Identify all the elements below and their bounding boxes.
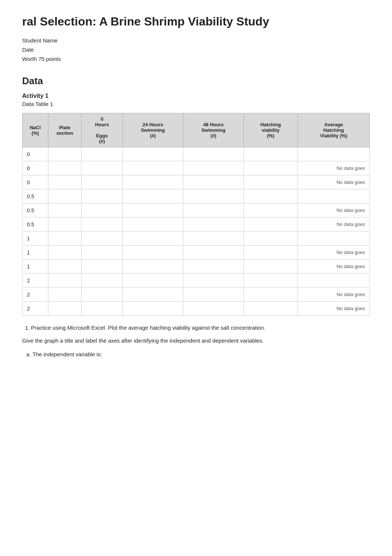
- cell-nacl: 2: [23, 302, 48, 316]
- cell-eggs: [82, 274, 123, 288]
- cell-swim48: [183, 302, 244, 316]
- cell-eggs: [82, 189, 123, 203]
- cell-avg-hatching: No data goes: [298, 260, 369, 274]
- table-row: 1No data goes: [23, 260, 370, 274]
- page-title: ral Selection: A Brine Shrimp Viability …: [22, 15, 370, 28]
- cell-nacl: 0: [23, 175, 48, 189]
- cell-plate: [48, 246, 82, 260]
- instruction-list: Practice using Microsoft Excel. Plot the…: [22, 325, 370, 331]
- cell-nacl: 0.5: [23, 217, 48, 231]
- cell-nacl: 1: [23, 260, 48, 274]
- table-row: 1: [23, 231, 370, 246]
- cell-plate: [48, 288, 82, 302]
- cell-nacl: 1: [23, 231, 48, 246]
- cell-eggs: [82, 231, 123, 246]
- cell-swim48: [183, 260, 244, 274]
- cell-swim48: [183, 147, 244, 161]
- cell-swim24: [123, 246, 183, 260]
- cell-eggs: [82, 161, 123, 175]
- cell-nacl: 2: [23, 274, 48, 288]
- cell-hatch: [244, 147, 298, 161]
- date-label: Date: [22, 47, 370, 53]
- cell-eggs: [82, 260, 123, 274]
- cell-eggs: [82, 203, 123, 217]
- cell-swim24: [123, 161, 183, 175]
- cell-nacl: 0: [23, 161, 48, 175]
- cell-avg-hatching: No data goes: [298, 246, 369, 260]
- cell-avg-hatching: [298, 231, 369, 246]
- cell-nacl: 2: [23, 288, 48, 302]
- cell-swim48: [183, 189, 244, 203]
- cell-swim48: [183, 175, 244, 189]
- cell-swim24: [123, 302, 183, 316]
- col-header-hatching: Hatchingviability(%): [244, 113, 298, 147]
- table-row: 0.5No data goes: [23, 217, 370, 231]
- cell-swim48: [183, 246, 244, 260]
- cell-avg-hatching: No data goes: [298, 175, 369, 189]
- cell-swim24: [123, 274, 183, 288]
- cell-plate: [48, 161, 82, 175]
- cell-swim48: [183, 161, 244, 175]
- cell-avg-hatching: No data goes: [298, 161, 369, 175]
- table-row: 0No data goes: [23, 175, 370, 189]
- cell-swim24: [123, 175, 183, 189]
- cell-avg-hatching: [298, 189, 369, 203]
- cell-eggs: [82, 147, 123, 161]
- cell-avg-hatching: No data goes: [298, 302, 369, 316]
- cell-plate: [48, 260, 82, 274]
- cell-hatch: [244, 175, 298, 189]
- cell-plate: [48, 274, 82, 288]
- cell-plate: [48, 231, 82, 246]
- data-table-label: Data Table 1: [22, 101, 370, 107]
- cell-eggs: [82, 217, 123, 231]
- table-row: 0No data goes: [23, 161, 370, 175]
- cell-swim24: [123, 231, 183, 246]
- cell-plate: [48, 189, 82, 203]
- cell-nacl: 0.5: [23, 203, 48, 217]
- cell-swim48: [183, 203, 244, 217]
- cell-hatch: [244, 302, 298, 316]
- cell-swim24: [123, 147, 183, 161]
- cell-eggs: [82, 175, 123, 189]
- cell-avg-hatching: No data goes: [298, 203, 369, 217]
- cell-swim48: [183, 288, 244, 302]
- cell-hatch: [244, 189, 298, 203]
- col-header-nacl: NaCl(%): [23, 113, 48, 147]
- alpha-item-a: The independent variable is:: [32, 351, 370, 357]
- col-header-24hours: 24 HoursSwimming(#): [123, 113, 183, 147]
- table-row: 0: [23, 147, 370, 161]
- table-row: 0.5: [23, 189, 370, 203]
- cell-hatch: [244, 217, 298, 231]
- graph-instructions: Give the graph a title and label the axe…: [22, 337, 370, 345]
- table-row: 2: [23, 274, 370, 288]
- cell-swim24: [123, 189, 183, 203]
- student-name-label: Student Name: [22, 37, 370, 44]
- data-section-title: Data: [22, 75, 370, 87]
- table-row: 2No data goes: [23, 302, 370, 316]
- cell-nacl: 0: [23, 147, 48, 161]
- activity-title: Activity 1: [22, 93, 370, 99]
- alpha-list: The independent variable is:: [22, 351, 370, 357]
- col-header-plate: Platesection: [48, 113, 82, 147]
- cell-eggs: [82, 302, 123, 316]
- cell-avg-hatching: [298, 147, 369, 161]
- table-row: 0.5No data goes: [23, 203, 370, 217]
- cell-plate: [48, 302, 82, 316]
- cell-plate: [48, 175, 82, 189]
- cell-nacl: 0.5: [23, 189, 48, 203]
- cell-hatch: [244, 203, 298, 217]
- col-header-48hours: 48 HoursSwimming(#): [183, 113, 244, 147]
- cell-avg-hatching: [298, 274, 369, 288]
- cell-hatch: [244, 260, 298, 274]
- cell-swim48: [183, 231, 244, 246]
- cell-swim48: [183, 217, 244, 231]
- cell-hatch: [244, 161, 298, 175]
- cell-hatch: [244, 288, 298, 302]
- cell-eggs: [82, 246, 123, 260]
- col-header-0hours: 0HoursEggs(#): [82, 113, 123, 147]
- instruction-item-1: Practice using Microsoft Excel. Plot the…: [31, 325, 370, 331]
- cell-swim24: [123, 260, 183, 274]
- col-header-avg-hatching: AverageHatchingViability (%): [298, 113, 369, 147]
- cell-swim24: [123, 288, 183, 302]
- cell-nacl: 1: [23, 246, 48, 260]
